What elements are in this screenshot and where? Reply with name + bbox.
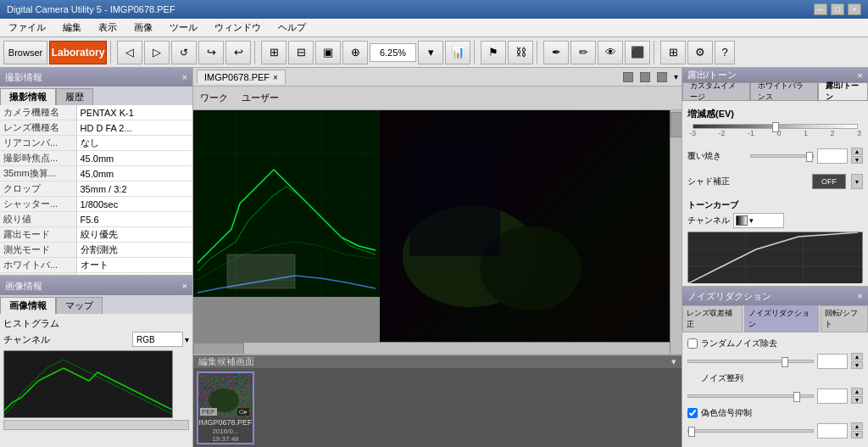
color-noise-slider[interactable] bbox=[687, 429, 814, 433]
maximize-button[interactable]: □ bbox=[831, 3, 844, 15]
tab-custom-image[interactable]: カスタムイメージ bbox=[682, 82, 750, 101]
histogram-canvas bbox=[3, 350, 173, 418]
noise-resolution-thumb[interactable] bbox=[793, 392, 800, 402]
thumbnail-item-0[interactable]: PEF G▸ IMGP0678.PEF 2016/0... 19:37:48 bbox=[197, 372, 254, 444]
document-tab[interactable]: IMGP0678.PEF × bbox=[197, 70, 286, 84]
menu-help[interactable]: ヘルプ bbox=[273, 20, 311, 36]
exposure-thumb[interactable] bbox=[772, 122, 779, 132]
menu-image[interactable]: 画像 bbox=[129, 20, 158, 36]
highlight-up[interactable]: ▲ bbox=[851, 148, 863, 155]
channel-selector[interactable]: RGB bbox=[132, 332, 183, 347]
tab-noise-reduction[interactable]: ノイズリダクション bbox=[744, 305, 819, 332]
grid-view-button[interactable]: ⊞ bbox=[261, 41, 287, 64]
table-row: ホワイトバ...オート bbox=[0, 258, 192, 273]
image-scrollbar-v[interactable] bbox=[670, 110, 682, 354]
random-noise-value[interactable]: 20 bbox=[817, 354, 848, 369]
rotate-right-button[interactable]: ↩ bbox=[225, 41, 251, 64]
menu-tools[interactable]: ツール bbox=[164, 20, 203, 36]
view-btn-1[interactable] bbox=[623, 72, 633, 82]
color-noise-up[interactable]: ▲ bbox=[851, 422, 863, 430]
rotate-left-button[interactable]: ↪ bbox=[198, 41, 224, 64]
work-label[interactable]: ワーク bbox=[200, 92, 228, 104]
pen-button[interactable]: ✏ bbox=[570, 41, 596, 64]
histogram-button[interactable]: 📊 bbox=[445, 41, 470, 64]
image-info-close[interactable]: × bbox=[182, 281, 187, 291]
menu-window[interactable]: ウィンドウ bbox=[209, 20, 266, 36]
view-btn-2[interactable] bbox=[640, 72, 650, 82]
tone-curve-canvas[interactable] bbox=[687, 232, 863, 282]
image-scrollbar-h[interactable] bbox=[193, 342, 670, 354]
flag-button[interactable]: ⚑ bbox=[481, 41, 506, 64]
channel-down-icon[interactable]: ▾ bbox=[749, 216, 754, 225]
exposure-track[interactable] bbox=[693, 124, 858, 129]
color-noise-spinners[interactable]: ▲ ▼ bbox=[851, 422, 863, 439]
tab-shooting-info[interactable]: 撮影情報 bbox=[0, 88, 56, 105]
highlight-value[interactable]: 0 bbox=[817, 148, 848, 164]
noise-close[interactable]: × bbox=[858, 291, 863, 301]
camera-info-scroll[interactable]: カメラ機種名PENTAX K-1レンズ機種名HD D FA 2...リアコンバ.… bbox=[0, 105, 192, 275]
tab-rotation-shift[interactable]: 回転/シフト bbox=[821, 305, 868, 332]
minimize-button[interactable]: ─ bbox=[814, 3, 827, 15]
link-button[interactable]: ⛓ bbox=[508, 41, 533, 64]
back-button[interactable]: ◁ bbox=[117, 41, 142, 64]
random-noise-slider[interactable] bbox=[687, 360, 814, 363]
color-noise-down[interactable]: ▼ bbox=[851, 431, 863, 439]
random-noise-checkbox[interactable] bbox=[687, 338, 698, 349]
random-noise-spinners[interactable]: ▲ ▼ bbox=[851, 353, 863, 369]
noise-resolution-value[interactable]: 40 bbox=[817, 388, 848, 404]
help-button[interactable]: ? bbox=[715, 41, 735, 64]
tab-map[interactable]: マップ bbox=[56, 297, 103, 314]
thumbnails-scroll[interactable]: ▾ bbox=[671, 356, 676, 367]
highlight-slider[interactable] bbox=[750, 154, 814, 158]
zoom-dropdown-button[interactable]: ▾ bbox=[418, 41, 443, 64]
shadow-dropdown[interactable]: ▾ bbox=[851, 174, 863, 189]
tab-white-balance[interactable]: ホワイトバランス bbox=[750, 82, 818, 101]
scrollbar-thumb-h[interactable] bbox=[193, 343, 244, 354]
highlight-down[interactable]: ▼ bbox=[851, 156, 863, 164]
forward-button[interactable]: ▷ bbox=[144, 41, 170, 64]
compare-button[interactable]: ⊟ bbox=[288, 41, 314, 64]
eyedropper-button[interactable]: ✒ bbox=[543, 41, 569, 64]
exposure-slider[interactable]: -3 -2 -1 0 1 2 3 bbox=[687, 124, 863, 137]
laboratory-button[interactable]: Laboratory bbox=[49, 41, 107, 64]
scrollbar-thumb-v[interactable] bbox=[670, 112, 682, 137]
noise-resolution-spinners[interactable]: ▲ ▼ bbox=[851, 388, 863, 404]
random-noise-up[interactable]: ▲ bbox=[851, 353, 863, 360]
menu-file[interactable]: ファイル bbox=[3, 20, 51, 36]
close-button[interactable]: × bbox=[848, 3, 861, 15]
right-panel-close[interactable]: × bbox=[858, 70, 863, 81]
preview-button[interactable]: ⬛ bbox=[625, 41, 650, 64]
eye-button[interactable]: 👁 bbox=[598, 41, 623, 64]
document-tab-close[interactable]: × bbox=[273, 73, 278, 82]
noise-resolution-slider[interactable] bbox=[687, 394, 814, 398]
color-noise-checkbox[interactable] bbox=[687, 408, 698, 418]
tab-exposure-tone[interactable]: 露出/トーン bbox=[818, 82, 868, 101]
highlight-spinners[interactable]: ▲ ▼ bbox=[851, 148, 863, 164]
view-btn-3[interactable] bbox=[657, 72, 667, 82]
zoom-input[interactable]: 6.25% bbox=[370, 43, 416, 62]
tab-image-info[interactable]: 画像情報 bbox=[0, 297, 56, 314]
noise-res-up[interactable]: ▲ bbox=[851, 388, 863, 395]
noise-res-down[interactable]: ▼ bbox=[851, 396, 863, 404]
tab-lens-correction[interactable]: レンズ収差補正 bbox=[682, 305, 743, 332]
menu-edit[interactable]: 編集 bbox=[58, 20, 86, 36]
zoom-fit-button[interactable]: ⊕ bbox=[342, 41, 368, 64]
menu-view[interactable]: 表示 bbox=[93, 20, 122, 36]
highlight-thumb[interactable] bbox=[806, 152, 813, 162]
browser-button[interactable]: Browser bbox=[3, 41, 47, 64]
color-noise-thumb[interactable] bbox=[688, 427, 695, 437]
view-button[interactable]: ▣ bbox=[315, 41, 341, 64]
tone-channel-selector[interactable]: ▾ bbox=[733, 213, 784, 228]
random-noise-down[interactable]: ▼ bbox=[851, 361, 863, 369]
scroll-down-icon[interactable]: ▾ bbox=[674, 72, 678, 81]
camera-info-close[interactable]: × bbox=[182, 72, 187, 82]
grid-button[interactable]: ⊞ bbox=[660, 41, 686, 64]
user-label[interactable]: ユーザー bbox=[242, 92, 279, 104]
color-noise-value[interactable]: 0 bbox=[817, 423, 848, 439]
channel-dropdown[interactable]: ▾ bbox=[185, 335, 189, 344]
settings-button[interactable]: ⚙ bbox=[687, 41, 713, 64]
histogram-scrollbar[interactable] bbox=[3, 420, 189, 430]
random-noise-thumb[interactable] bbox=[782, 357, 788, 367]
tab-history[interactable]: 履歴 bbox=[56, 88, 93, 105]
sync-button[interactable]: ↺ bbox=[171, 41, 197, 64]
